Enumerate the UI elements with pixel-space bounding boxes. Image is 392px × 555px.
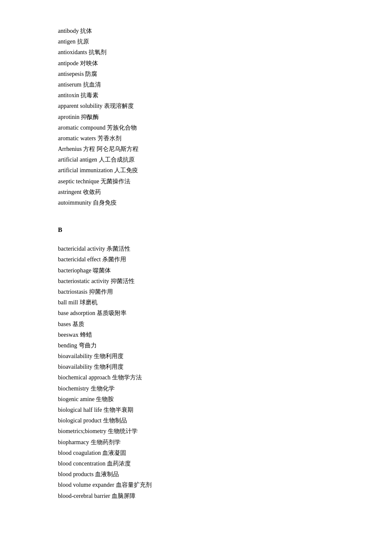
list-item: antioxidants 抗氧剂 [58, 47, 334, 58]
list-item: ball mill 球磨机 [58, 297, 334, 308]
list-item: biochemical approach 生物学方法 [58, 372, 334, 383]
list-item: aprotinin 抑酞酶 [58, 112, 334, 122]
list-item: antitoxin 抗毒素 [58, 90, 334, 101]
list-item: aromatic compound 芳族化合物 [58, 122, 334, 133]
list-item: antigen 抗原 [58, 36, 334, 47]
list-item: blood coagulation 血液凝固 [58, 448, 334, 458]
list-item: blood concentration 血药浓度 [58, 458, 334, 469]
list-item: biometrics;biometry 生物统计学 [58, 426, 334, 436]
list-item: biogenic amine 生物胺 [58, 394, 334, 405]
list-item: antipode 对映体 [58, 58, 334, 69]
list-item: Arrhenius 方程 阿仑尼乌斯方程 [58, 144, 334, 154]
list-item: bending 弯曲力 [58, 340, 334, 351]
list-item: bactriostasis 抑菌作用 [58, 286, 334, 297]
list-item: biological product 生物制品 [58, 415, 334, 426]
list-item: artificial immunization 人工免疫 [58, 165, 334, 176]
dictionary-content: antibody 抗体antigen 抗原antioxidants 抗氧剂ant… [58, 26, 334, 501]
list-item: bacteriostatic activity 抑菌活性 [58, 276, 334, 286]
list-item: bioavailability 生物利用度 [58, 361, 334, 372]
list-item: blood-cerebral barrier 血脑屏障 [58, 491, 334, 501]
list-item: base adsorption 基质吸附率 [58, 308, 334, 318]
list-item: antisepesis 防腐 [58, 69, 334, 79]
list-item: antibody 抗体 [58, 26, 334, 36]
list-item: apparent solubility 表现溶解度 [58, 101, 334, 111]
section-header-b: B [58, 224, 334, 236]
list-item: autoimmunity 自身免疫 [58, 197, 334, 208]
list-item: bioavailability 生物利用度 [58, 351, 334, 361]
list-item: biochemistry 生物化学 [58, 383, 334, 394]
list-item: blood volume expander 血容量扩充剂 [58, 480, 334, 490]
list-item: bases 基质 [58, 319, 334, 330]
list-item: biopharmacy 生物药剂学 [58, 437, 334, 448]
list-item: bacteriophage 噬菌体 [58, 265, 334, 276]
list-item: bactericidal activity 杀菌活性 [58, 243, 334, 254]
list-item: beeswax 蜂蜡 [58, 330, 334, 340]
list-item: biological half life 生物半衰期 [58, 405, 334, 415]
list-item: artificial antigen 人工合成抗原 [58, 154, 334, 165]
list-item: aseptic technique 无菌操作法 [58, 176, 334, 187]
list-item: blood products 血液制品 [58, 469, 334, 480]
list-item: antiserum 抗血清 [58, 79, 334, 90]
list-item: aromatic waters 芳香水剂 [58, 133, 334, 144]
list-item: bactericidal effect 杀菌作用 [58, 254, 334, 265]
list-item: astringent 收敛药 [58, 187, 334, 197]
